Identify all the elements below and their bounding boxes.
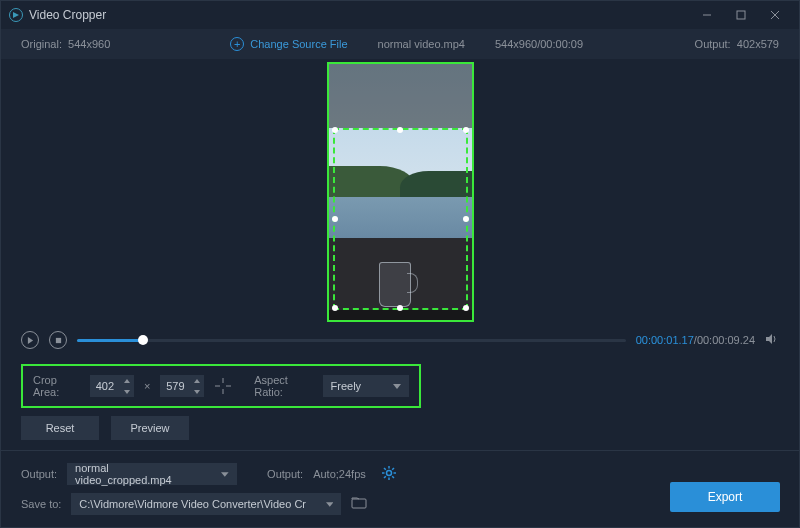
chevron-down-icon bbox=[326, 502, 334, 507]
export-button[interactable]: Export bbox=[670, 482, 780, 512]
source-meta: 544x960/00:00:09 bbox=[495, 38, 583, 50]
save-path-field[interactable]: C:\Vidmore\Vidmore Video Converter\Video… bbox=[71, 493, 341, 515]
output-file-label: Output: bbox=[21, 468, 57, 480]
svg-marker-7 bbox=[124, 379, 130, 383]
crop-handle-bc[interactable] bbox=[397, 305, 403, 311]
svg-marker-4 bbox=[27, 337, 32, 344]
stop-button[interactable] bbox=[49, 331, 67, 349]
svg-marker-6 bbox=[766, 334, 772, 344]
crop-handle-tc[interactable] bbox=[397, 127, 403, 133]
crop-height-input[interactable]: 579 bbox=[160, 375, 204, 397]
save-to-label: Save to: bbox=[21, 498, 61, 510]
maximize-button[interactable] bbox=[725, 3, 757, 27]
aspect-ratio-value: Freely bbox=[331, 380, 362, 392]
crop-dim-top bbox=[329, 64, 472, 128]
svg-line-25 bbox=[392, 468, 394, 470]
aspect-ratio-label: Aspect Ratio: bbox=[254, 374, 312, 398]
preview-area bbox=[1, 59, 799, 324]
gear-icon[interactable] bbox=[382, 466, 396, 482]
svg-marker-26 bbox=[326, 502, 334, 507]
aspect-ratio-select[interactable]: Freely bbox=[323, 375, 409, 397]
chevron-down-icon bbox=[393, 384, 401, 389]
app-logo-icon bbox=[9, 8, 23, 22]
titlebar: Video Cropper bbox=[1, 1, 799, 29]
preview-button[interactable]: Preview bbox=[111, 416, 189, 440]
crop-dim-bottom bbox=[329, 310, 472, 320]
crop-handle-bl[interactable] bbox=[332, 305, 338, 311]
chevron-down-icon bbox=[221, 472, 229, 477]
svg-point-17 bbox=[386, 471, 391, 476]
center-crop-icon[interactable] bbox=[214, 376, 232, 396]
crop-width-input[interactable]: 402 bbox=[90, 375, 134, 397]
crop-area-label: Crop Area: bbox=[33, 374, 80, 398]
source-filename: normal video.mp4 bbox=[378, 38, 465, 50]
minimize-button[interactable] bbox=[691, 3, 723, 27]
crop-handle-br[interactable] bbox=[463, 305, 469, 311]
svg-rect-27 bbox=[352, 499, 366, 508]
svg-rect-1 bbox=[737, 11, 745, 19]
output-filename-field[interactable]: normal video_cropped.mp4 bbox=[67, 463, 237, 485]
svg-line-24 bbox=[384, 476, 386, 478]
crop-width-value: 402 bbox=[90, 380, 120, 392]
folder-icon[interactable] bbox=[351, 497, 367, 511]
playback-bar: 00:00:01.17/00:00:09.24 bbox=[1, 324, 799, 356]
output-format-label: Output: bbox=[267, 468, 303, 480]
crop-handle-ml[interactable] bbox=[332, 216, 338, 222]
seek-thumb[interactable] bbox=[138, 335, 148, 345]
height-step-up[interactable] bbox=[190, 375, 204, 386]
window-title: Video Cropper bbox=[29, 8, 691, 22]
width-step-down[interactable] bbox=[120, 386, 134, 397]
volume-icon[interactable] bbox=[765, 332, 779, 348]
height-step-down[interactable] bbox=[190, 386, 204, 397]
plus-circle-icon: + bbox=[230, 37, 244, 51]
crop-rectangle[interactable] bbox=[333, 128, 468, 310]
save-path-value: C:\Vidmore\Vidmore Video Converter\Video… bbox=[79, 498, 305, 510]
svg-line-23 bbox=[392, 476, 394, 478]
output-size-label: Output: 402x579 bbox=[695, 38, 779, 50]
output-format-value: Auto;24fps bbox=[313, 468, 366, 480]
output-filename-value: normal video_cropped.mp4 bbox=[75, 462, 201, 486]
dimension-separator: × bbox=[144, 380, 150, 392]
crop-height-value: 579 bbox=[160, 380, 190, 392]
play-button[interactable] bbox=[21, 331, 39, 349]
change-source-label: Change Source File bbox=[250, 38, 347, 50]
svg-line-22 bbox=[384, 468, 386, 470]
change-source-button[interactable]: + Change Source File bbox=[230, 37, 347, 51]
crop-handle-tr[interactable] bbox=[463, 127, 469, 133]
reset-button[interactable]: Reset bbox=[21, 416, 99, 440]
crop-controls-panel: Crop Area: 402 × 579 Aspect Ratio: Freel… bbox=[21, 364, 421, 408]
info-bar: Original: 544x960 + Change Source File n… bbox=[1, 29, 799, 59]
timecode: 00:00:01.17/00:00:09.24 bbox=[636, 334, 755, 346]
crop-handle-mr[interactable] bbox=[463, 216, 469, 222]
seek-slider[interactable] bbox=[77, 339, 626, 342]
width-step-up[interactable] bbox=[120, 375, 134, 386]
svg-rect-5 bbox=[55, 337, 60, 342]
crop-handle-tl[interactable] bbox=[332, 127, 338, 133]
svg-marker-15 bbox=[393, 384, 401, 389]
close-button[interactable] bbox=[759, 3, 791, 27]
original-size-label: Original: 544x960 bbox=[21, 38, 110, 50]
svg-marker-10 bbox=[194, 390, 200, 394]
svg-marker-8 bbox=[124, 390, 130, 394]
svg-marker-16 bbox=[221, 472, 229, 477]
video-frame[interactable] bbox=[327, 62, 474, 322]
svg-marker-9 bbox=[194, 379, 200, 383]
